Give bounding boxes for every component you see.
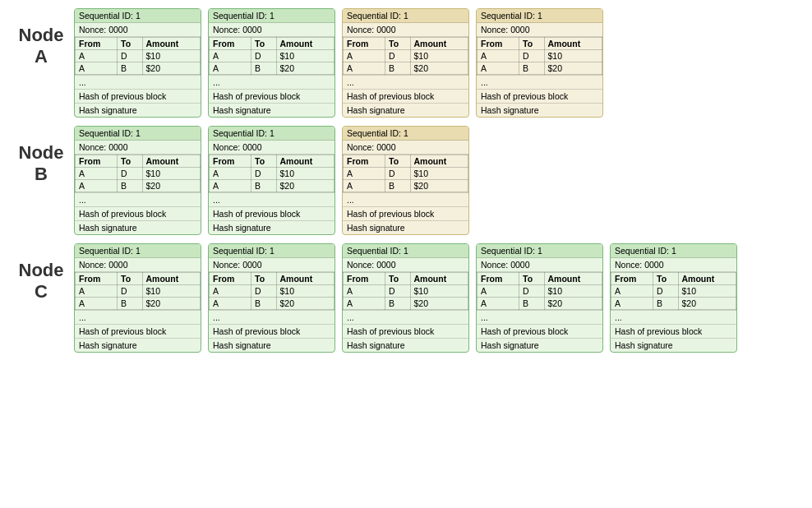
cell-to-2-0-0: D — [118, 285, 142, 298]
cell-from-0-3-1: A — [478, 62, 519, 75]
col-header-amount: Amount — [410, 273, 468, 285]
table-row-2-4-0: AD$10 — [611, 285, 736, 298]
block-table-1-2: FromToAmountAD$10AB$20 — [343, 155, 468, 192]
block-dots-0-2: ... — [343, 75, 468, 89]
block-seqid-2-3: Sequential ID: 1 — [477, 244, 602, 258]
cell-from-0-2-1: A — [344, 62, 385, 75]
block-sig-1-2: Hash signature — [343, 220, 468, 234]
cell-to-0-3-0: D — [519, 50, 544, 62]
cell-to-2-3-0: D — [519, 285, 544, 298]
table-row-2-2-1: AB$20 — [344, 298, 468, 310]
cell-amount-2-0-0: $10 — [142, 285, 200, 298]
block-nonce-1-0: Nonce: 0000 — [75, 141, 201, 155]
block-nonce-1-1: Nonce: 0000 — [209, 141, 334, 155]
cell-to-1-0-0: D — [118, 168, 142, 180]
block-0-2: Sequential ID: 1Nonce: 0000FromToAmountA… — [342, 8, 469, 118]
table-row-0-0-1: AB$20 — [76, 62, 201, 75]
blocks-container-1: Sequential ID: 1Nonce: 0000FromToAmountA… — [74, 126, 469, 235]
cell-from-2-4-1: A — [611, 298, 653, 310]
cell-from-0-0-0: A — [76, 50, 118, 62]
cell-amount-2-1-0: $10 — [276, 285, 334, 298]
cell-from-2-1-0: A — [210, 285, 251, 298]
block-nonce-0-2: Nonce: 0000 — [343, 23, 468, 37]
col-header-to: To — [653, 273, 678, 285]
col-header-amount: Amount — [678, 273, 736, 285]
cell-amount-2-4-0: $10 — [678, 285, 736, 298]
block-table-1-1: FromToAmountAD$10AB$20 — [209, 155, 334, 192]
block-2-3: Sequential ID: 1Nonce: 0000FromToAmountA… — [476, 243, 603, 353]
cell-amount-2-0-1: $20 — [142, 298, 200, 310]
cell-to-2-4-0: D — [653, 285, 678, 298]
node-row-0: Node ASequential ID: 1Nonce: 0000FromToA… — [8, 8, 804, 118]
cell-to-0-2-0: D — [385, 50, 410, 62]
table-row-2-1-1: AB$20 — [210, 298, 334, 310]
block-prevhash-0-0: Hash of previous block — [75, 89, 201, 103]
block-sig-0-2: Hash signature — [343, 103, 468, 117]
block-seqid-1-2: Sequential ID: 1 — [343, 127, 468, 141]
col-header-from: From — [344, 38, 385, 50]
col-header-amount: Amount — [142, 38, 200, 50]
block-prevhash-1-2: Hash of previous block — [343, 206, 468, 220]
cell-amount-0-1-1: $20 — [276, 62, 334, 75]
col-header-to: To — [118, 273, 142, 285]
block-table-2-3: FromToAmountAD$10AB$20 — [477, 272, 602, 310]
table-row-0-2-0: AD$10 — [344, 50, 468, 62]
block-sig-2-4: Hash signature — [611, 338, 736, 352]
block-sig-1-0: Hash signature — [75, 220, 201, 234]
block-nonce-0-0: Nonce: 0000 — [75, 23, 201, 37]
col-header-to: To — [118, 155, 142, 168]
col-header-from: From — [76, 155, 118, 168]
cell-from-0-1-0: A — [210, 50, 251, 62]
col-header-to: To — [385, 155, 410, 168]
cell-amount-0-0-1: $20 — [142, 62, 200, 75]
cell-amount-2-3-0: $10 — [544, 285, 602, 298]
col-header-from: From — [76, 38, 118, 50]
node-label-2: Node C — [8, 243, 74, 302]
block-prevhash-2-0: Hash of previous block — [75, 324, 201, 338]
cell-from-2-3-0: A — [478, 285, 519, 298]
cell-from-2-1-1: A — [210, 298, 251, 310]
block-prevhash-2-3: Hash of previous block — [477, 324, 602, 338]
block-dots-2-4: ... — [611, 310, 736, 324]
block-dots-2-0: ... — [75, 310, 201, 324]
col-header-amount: Amount — [142, 155, 200, 168]
block-0-0: Sequential ID: 1Nonce: 0000FromToAmountA… — [74, 8, 201, 118]
cell-amount-2-2-0: $10 — [410, 285, 468, 298]
block-table-2-1: FromToAmountAD$10AB$20 — [209, 272, 334, 310]
cell-to-1-2-1: B — [385, 180, 410, 192]
cell-amount-2-2-1: $20 — [410, 298, 468, 310]
cell-amount-1-1-0: $10 — [276, 168, 334, 180]
cell-to-2-4-1: B — [653, 298, 678, 310]
table-row-0-3-0: AD$10 — [478, 50, 602, 62]
block-prevhash-1-0: Hash of previous block — [75, 206, 201, 220]
table-row-2-3-0: AD$10 — [478, 285, 602, 298]
block-prevhash-2-2: Hash of previous block — [343, 324, 468, 338]
node-label-0: Node A — [8, 8, 74, 67]
cell-from-0-2-0: A — [344, 50, 385, 62]
block-1-2: Sequential ID: 1Nonce: 0000FromToAmountA… — [342, 126, 469, 235]
blocks-container-2: Sequential ID: 1Nonce: 0000FromToAmountA… — [74, 243, 737, 353]
block-table-0-2: FromToAmountAD$10AB$20 — [343, 37, 468, 75]
cell-to-2-0-1: B — [118, 298, 142, 310]
cell-to-2-2-1: B — [385, 298, 410, 310]
cell-amount-1-2-0: $10 — [410, 168, 468, 180]
block-sig-0-0: Hash signature — [75, 103, 201, 117]
block-seqid-0-2: Sequential ID: 1 — [343, 9, 468, 23]
block-seqid-0-1: Sequential ID: 1 — [209, 9, 334, 23]
cell-to-0-2-1: B — [385, 62, 410, 75]
cell-amount-2-4-1: $20 — [678, 298, 736, 310]
cell-from-0-3-0: A — [478, 50, 519, 62]
block-nonce-2-1: Nonce: 0000 — [209, 258, 334, 272]
table-row-2-0-0: AD$10 — [76, 285, 201, 298]
cell-to-2-1-1: B — [251, 298, 276, 310]
cell-from-2-3-1: A — [478, 298, 519, 310]
node-label-1: Node B — [8, 126, 74, 185]
block-dots-0-1: ... — [209, 75, 334, 89]
block-table-0-1: FromToAmountAD$10AB$20 — [209, 37, 334, 75]
cell-from-1-0-0: A — [76, 168, 118, 180]
col-header-amount: Amount — [276, 38, 334, 50]
col-header-from: From — [478, 38, 519, 50]
block-sig-0-1: Hash signature — [209, 103, 334, 117]
cell-from-2-0-1: A — [76, 298, 118, 310]
cell-from-1-0-1: A — [76, 180, 118, 192]
